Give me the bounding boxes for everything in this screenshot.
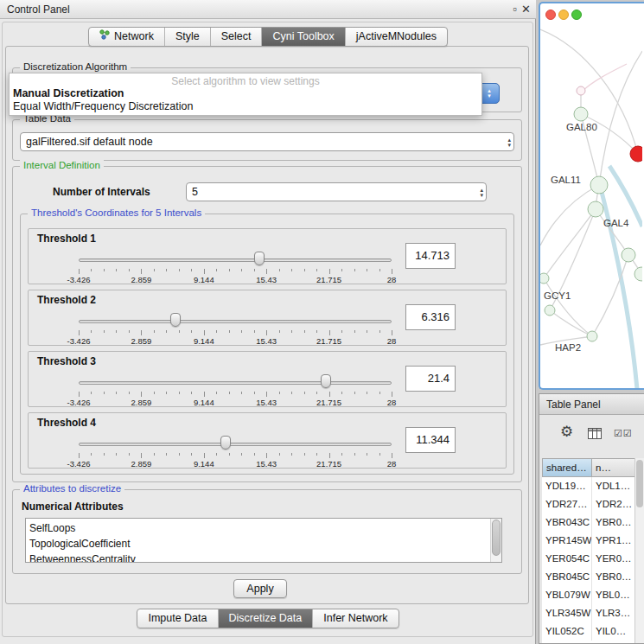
list-scrollbar[interactable] (490, 519, 501, 562)
slider-tick (116, 330, 117, 333)
numerical-attributes-list[interactable]: SelfLoopsTopologicalCoefficientBetweenne… (25, 518, 502, 563)
network-node[interactable] (577, 86, 585, 95)
slider-track[interactable] (79, 443, 392, 446)
slider-scale-label: 2.859 (131, 336, 152, 346)
slider-scale-label: 21.715 (316, 336, 341, 346)
tab-infer-network[interactable]: Infer Network (312, 609, 398, 628)
table-row[interactable]: YDL19…YDL1… (542, 477, 635, 495)
tab-select[interactable]: Select (210, 28, 262, 46)
list-item-selfloops[interactable]: SelfLoops (26, 520, 501, 536)
tab-jactivemnodules[interactable]: jActiveMNodules (345, 28, 447, 46)
zoom-traffic-light-icon[interactable] (571, 10, 582, 20)
network-node[interactable] (622, 248, 635, 262)
network-node[interactable] (634, 267, 642, 281)
slider-tick (129, 269, 130, 271)
table-header-row: shared…n… (542, 458, 635, 477)
slider-thumb[interactable] (321, 374, 331, 388)
table-scrollbar[interactable] (634, 458, 644, 643)
slider-tick (341, 392, 342, 394)
threshold-slider[interactable]: -3.4262.8599.14415.4321.71528 (79, 309, 392, 346)
dropdown-option-equal-width-frequency[interactable]: Equal Width/Frequency Discretization (10, 100, 481, 113)
slider-tick (229, 269, 230, 271)
table-row[interactable]: YER054CYER0… (542, 550, 635, 568)
tab-label: Infer Network (323, 609, 387, 628)
threshold-value-field[interactable]: 6.316 (405, 304, 456, 330)
slider-tick (241, 330, 242, 333)
slider-tick (179, 453, 180, 456)
slider-tick (179, 269, 180, 271)
node-table: shared…n… YDL19…YDL1…YDR27…YDR2…YBR043CY… (542, 458, 635, 643)
close-icon[interactable]: ✕ (521, 0, 531, 19)
table-row[interactable]: YIL052CYIL0… (542, 622, 635, 641)
number-of-intervals-combobox[interactable]: 5 ▴▾ (186, 182, 487, 201)
network-node[interactable] (590, 176, 608, 194)
columns-icon[interactable] (588, 427, 602, 443)
network-node[interactable] (540, 273, 549, 284)
slider-scale-label: 28 (387, 336, 397, 346)
table-row[interactable]: YPR145WYPR1… (542, 532, 635, 550)
slider-tick (341, 269, 342, 271)
minimize-icon[interactable]: ▫ (513, 0, 517, 19)
threshold-value-field[interactable]: 21.4 (405, 366, 456, 392)
table-row[interactable]: YBL079WYBL0… (542, 586, 635, 604)
slider-track[interactable] (79, 320, 392, 323)
slider-scale-label: 15.43 (256, 275, 277, 284)
slider-scale-label: 28 (387, 459, 397, 469)
slider-track[interactable] (79, 258, 392, 262)
slider-tick (329, 330, 330, 335)
table-data-combobox[interactable]: galFiltered.sif default node ▴▾ (20, 132, 514, 151)
network-node[interactable] (574, 107, 588, 121)
column-header-1[interactable]: shared… (542, 458, 592, 477)
network-node-highlighted[interactable] (630, 146, 642, 162)
network-node[interactable] (545, 305, 555, 316)
slider-scale-label: -3.426 (67, 459, 91, 469)
threshold-value-field[interactable]: 14.713 (405, 243, 456, 269)
tab-style[interactable]: Style (164, 28, 210, 46)
apply-button[interactable]: Apply (233, 579, 287, 598)
table-row[interactable]: YBR043CYBR0… (542, 513, 635, 532)
slider-thumb[interactable] (220, 436, 231, 450)
gear-icon[interactable]: ⚙ (560, 424, 573, 441)
slider-scale-label: -3.426 (67, 398, 91, 407)
slider-tick (191, 453, 192, 456)
table-scrollbar-thumb[interactable] (636, 460, 643, 507)
node-label-gal4: GAL4 (603, 218, 628, 228)
slider-thumb[interactable] (170, 313, 181, 327)
dropdown-option-manual-discretization[interactable]: Manual Discretization (10, 87, 481, 100)
list-scrollbar-thumb[interactable] (492, 520, 501, 556)
tab-network[interactable]: Network (89, 28, 164, 46)
network-node[interactable] (588, 201, 603, 217)
column-header-2[interactable]: n… (592, 458, 635, 477)
list-item-topologicalcoefficient[interactable]: TopologicalCoefficient (26, 536, 501, 552)
slider-tick (154, 453, 155, 456)
table-cell: YPR1… (592, 532, 635, 550)
slider-tick (291, 453, 292, 456)
slider-tick (166, 269, 167, 271)
combo-down-icon: ▾ (488, 93, 491, 99)
close-traffic-light-icon[interactable] (545, 10, 556, 20)
table-row[interactable]: YDR27…YDR2… (542, 495, 635, 513)
tab-label: Discretize Data (229, 609, 303, 628)
threshold-slider[interactable]: -3.4262.8599.14415.4321.71528 (79, 432, 392, 469)
network-node[interactable] (587, 331, 597, 341)
minimize-traffic-light-icon[interactable] (558, 10, 569, 20)
tab-cyni-toolbox[interactable]: Cyni Toolbox (261, 28, 344, 46)
table-row[interactable]: YBR045CYBR0… (542, 568, 635, 586)
tab-impute-data[interactable]: Impute Data (137, 609, 217, 628)
slider-thumb[interactable] (254, 252, 265, 265)
select-columns-icon[interactable]: ☑☑ (614, 428, 633, 439)
network-canvas[interactable] (540, 3, 642, 388)
tab-discretize-data[interactable]: Discretize Data (218, 609, 313, 628)
algorithm-group-title: Discretization Algorithm (20, 61, 131, 72)
threshold-value-field[interactable]: 11.344 (405, 427, 456, 453)
threshold-slider[interactable]: -3.4262.8599.14415.4321.71528 (79, 371, 392, 407)
slider-tick (304, 269, 305, 271)
slider-track[interactable] (79, 381, 392, 385)
slider-tick (379, 269, 380, 271)
slider-tick (241, 269, 242, 271)
threshold-label: Threshold 4 (37, 417, 96, 429)
list-item-betweennesscentrality[interactable]: BetweennessCentrality (26, 552, 501, 563)
threshold-slider[interactable]: -3.4262.8599.14415.4321.71528 (79, 248, 392, 284)
threshold-label: Threshold 3 (37, 355, 96, 367)
table-row[interactable]: YLR345WYLR3… (542, 604, 635, 622)
